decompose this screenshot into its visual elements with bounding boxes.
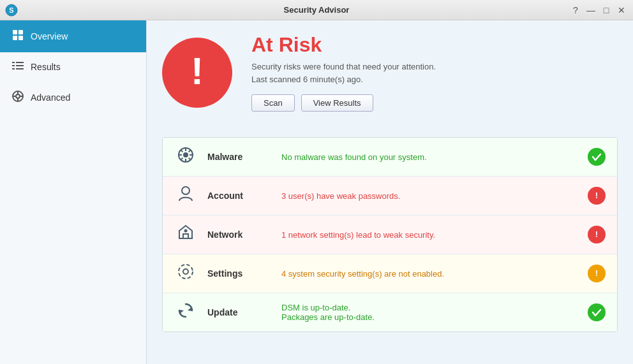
account-icon bbox=[174, 186, 197, 206]
at-risk-title: At Risk bbox=[251, 33, 618, 57]
svg-point-35 bbox=[179, 265, 193, 279]
network-result-icon: ! bbox=[588, 226, 606, 244]
svg-rect-31 bbox=[183, 234, 188, 238]
account-result-icon: ! bbox=[588, 187, 606, 205]
hero-description: Security risks were found that need your… bbox=[251, 61, 618, 85]
window-controls: ? — □ ✕ bbox=[569, 4, 628, 17]
view-results-button[interactable]: View Results bbox=[301, 94, 373, 112]
hero-buttons: Scan View Results bbox=[251, 94, 618, 112]
account-label: Account bbox=[207, 191, 271, 201]
network-row[interactable]: Network 1 network setting(s) lead to wea… bbox=[163, 215, 617, 254]
network-status: 1 network setting(s) lead to weak securi… bbox=[281, 230, 577, 240]
exclamation-mark: ! bbox=[191, 52, 204, 91]
svg-marker-37 bbox=[188, 307, 192, 311]
main-content: ! At Risk Security risks were found that… bbox=[147, 20, 633, 364]
svg-line-23 bbox=[181, 150, 183, 152]
app-body: Overview Results bbox=[0, 20, 633, 364]
svg-rect-5 bbox=[19, 36, 23, 40]
svg-marker-38 bbox=[179, 310, 184, 314]
maximize-button[interactable]: □ bbox=[600, 4, 613, 17]
sidebar-advanced-label: Advanced bbox=[31, 92, 70, 103]
sidebar-overview-label: Overview bbox=[31, 31, 68, 41]
help-button[interactable]: ? bbox=[569, 4, 582, 17]
svg-text:!: ! bbox=[595, 191, 598, 200]
svg-text:S: S bbox=[9, 6, 13, 14]
security-items-table: Malware No malware was found on your sys… bbox=[162, 137, 618, 332]
malware-status: No malware was found on your system. bbox=[281, 152, 577, 162]
svg-point-28 bbox=[182, 187, 190, 194]
titlebar: S Security Advisor ? — □ ✕ bbox=[0, 0, 633, 20]
malware-row[interactable]: Malware No malware was found on your sys… bbox=[163, 138, 617, 177]
malware-label: Malware bbox=[207, 152, 271, 162]
svg-text:!: ! bbox=[595, 268, 598, 278]
svg-point-34 bbox=[183, 269, 188, 274]
scan-button[interactable]: Scan bbox=[251, 94, 295, 112]
hero-desc-line2: Last scanned 6 minute(s) ago. bbox=[251, 75, 363, 84]
update-status: DSM is up-to-date. Packages are up-to-da… bbox=[281, 303, 577, 322]
svg-point-13 bbox=[16, 94, 20, 98]
svg-text:!: ! bbox=[595, 229, 598, 239]
hero-text: At Risk Security risks were found that n… bbox=[251, 33, 618, 112]
overview-icon bbox=[11, 29, 24, 43]
malware-result-icon bbox=[588, 148, 606, 166]
update-label: Update bbox=[207, 307, 271, 317]
titlebar-left: S bbox=[5, 4, 18, 17]
risk-icon: ! bbox=[162, 38, 232, 108]
svg-rect-4 bbox=[13, 36, 17, 40]
malware-icon bbox=[174, 147, 197, 167]
svg-point-27 bbox=[183, 152, 188, 157]
hero-desc-line1: Security risks were found that need your… bbox=[251, 62, 436, 71]
account-row[interactable]: Account 3 user(s) have weak passwords. ! bbox=[163, 177, 617, 215]
sidebar-item-results[interactable]: Results bbox=[0, 52, 146, 82]
sidebar-item-advanced[interactable]: Advanced bbox=[0, 82, 146, 113]
settings-result-icon: ! bbox=[588, 265, 606, 282]
svg-line-26 bbox=[181, 158, 183, 161]
sidebar-results-label: Results bbox=[31, 62, 61, 72]
settings-status: 4 system security setting(s) are not ena… bbox=[281, 269, 577, 279]
network-icon bbox=[174, 224, 197, 245]
svg-line-25 bbox=[189, 150, 191, 152]
network-label: Network bbox=[207, 229, 271, 240]
minimize-button[interactable]: — bbox=[585, 4, 597, 17]
hero-section: ! At Risk Security risks were found that… bbox=[162, 33, 618, 122]
settings-label: Settings bbox=[207, 268, 271, 279]
account-status: 3 user(s) have weak passwords. bbox=[281, 191, 577, 201]
advanced-icon bbox=[11, 91, 24, 105]
sidebar: Overview Results bbox=[0, 20, 147, 364]
window-title: Security Advisor bbox=[284, 5, 350, 15]
update-result-icon bbox=[588, 303, 606, 321]
svg-rect-3 bbox=[19, 30, 23, 34]
close-button[interactable]: ✕ bbox=[615, 4, 628, 17]
update-row[interactable]: Update DSM is up-to-date. Packages are u… bbox=[163, 293, 617, 331]
sidebar-item-overview[interactable]: Overview bbox=[0, 20, 146, 52]
settings-row[interactable]: Settings 4 system security setting(s) ar… bbox=[163, 254, 617, 293]
app-icon: S bbox=[5, 4, 18, 17]
update-icon bbox=[174, 302, 197, 323]
svg-rect-2 bbox=[13, 30, 17, 34]
svg-line-24 bbox=[189, 158, 191, 161]
svg-point-32 bbox=[184, 229, 188, 233]
results-icon bbox=[11, 61, 24, 73]
settings-icon bbox=[174, 263, 197, 284]
